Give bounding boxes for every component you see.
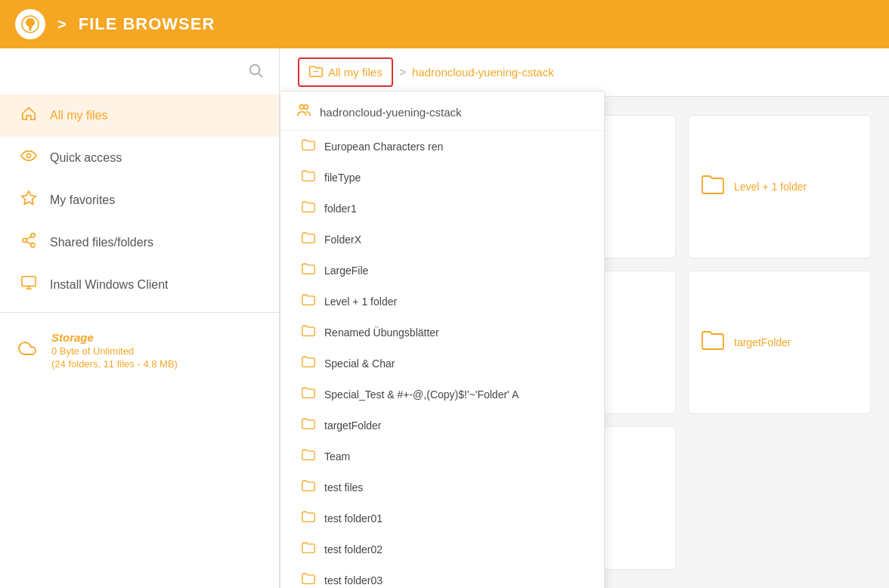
eye-icon xyxy=(18,147,39,169)
storage-detail-line2: (24 folders, 11 files - 4.8 MB) xyxy=(51,358,178,370)
dropdown-header: hadroncloud-yuening-cstack xyxy=(280,91,604,131)
dropdown-group-icon xyxy=(296,102,312,122)
folder-icon xyxy=(302,355,315,371)
svg-point-17 xyxy=(304,105,308,110)
search-bar xyxy=(0,56,279,94)
breadcrumb-all-my-files: All my files xyxy=(328,66,383,79)
storage-title: Storage xyxy=(51,331,178,344)
folder-card[interactable]: targetFolder xyxy=(688,271,871,414)
share-icon xyxy=(18,232,39,253)
search-button[interactable] xyxy=(247,62,264,82)
folder-dropdown: hadroncloud-yuening-cstack European Char… xyxy=(280,91,605,588)
dropdown-item[interactable]: test files xyxy=(280,472,604,503)
sidebar-item-quick-access[interactable]: Quick access xyxy=(0,137,279,179)
sidebar-item-shared[interactable]: Shared files/folders xyxy=(0,221,279,264)
svg-point-16 xyxy=(300,105,305,110)
svg-line-3 xyxy=(259,73,262,77)
cloud-icon xyxy=(18,339,36,362)
svg-line-10 xyxy=(26,237,31,240)
dropdown-item-label: FolderX xyxy=(324,234,361,246)
storage-section: Storage 0 Byte of Unlimited (24 folders,… xyxy=(0,319,279,382)
app-header: > FILE BROWSER xyxy=(0,0,889,48)
dropdown-item[interactable]: LargeFile xyxy=(280,255,604,286)
svg-point-1 xyxy=(29,29,32,31)
folder-icon xyxy=(302,386,315,402)
folder-icon xyxy=(302,417,315,433)
header-title: FILE BROWSER xyxy=(79,14,215,34)
folder-icon xyxy=(302,200,315,216)
folder-card-icon xyxy=(701,174,725,200)
folder-icon xyxy=(302,510,315,526)
dropdown-item-label: European Characters ren xyxy=(324,141,443,153)
dropdown-item[interactable]: targetFolder xyxy=(280,410,604,441)
breadcrumb-separator: > xyxy=(399,66,406,79)
dropdown-items-list: European Characters ren fileType folder1… xyxy=(280,131,604,588)
dropdown-item-label: Special & Char xyxy=(324,357,395,370)
all-my-files-breadcrumb[interactable]: All my files xyxy=(298,57,393,87)
storage-detail-line1: 0 Byte of Unlimited xyxy=(51,345,178,357)
sidebar-divider xyxy=(0,312,279,313)
folder-card-name: targetFolder xyxy=(734,336,791,348)
folder-icon xyxy=(302,448,315,464)
dropdown-item[interactable]: Team xyxy=(280,441,604,472)
all-my-files-label: All my files xyxy=(50,109,107,122)
svg-point-8 xyxy=(31,243,36,248)
dropdown-item[interactable]: test folder02 xyxy=(280,534,604,565)
dropdown-item[interactable]: Special & Char xyxy=(280,348,604,379)
svg-point-7 xyxy=(23,238,27,243)
dropdown-item-label: Team xyxy=(324,450,350,463)
dropdown-item-label: targetFolder xyxy=(324,419,381,432)
dropdown-item[interactable]: fileType xyxy=(280,162,604,193)
folder-icon xyxy=(302,293,315,309)
folder-icon xyxy=(302,138,315,154)
home-icon xyxy=(18,105,39,126)
sidebar: All my files Quick access My favorites xyxy=(0,48,280,588)
install-label: Install Windows Client xyxy=(50,278,169,292)
folder-icon xyxy=(302,479,315,495)
folder-icon xyxy=(302,231,315,247)
dropdown-item-label: test folder03 xyxy=(324,574,383,586)
shared-files-label: Shared files/folders xyxy=(50,236,153,249)
breadcrumb-current: hadroncloud-yuening-cstack xyxy=(412,66,554,79)
dropdown-item-label: test files xyxy=(324,481,363,494)
dropdown-item[interactable]: test folder03 xyxy=(280,565,604,588)
dropdown-item-label: Renamed Übungsblätter xyxy=(324,326,439,339)
install-icon xyxy=(18,274,39,296)
star-icon xyxy=(18,190,39,211)
dropdown-item[interactable]: European Characters ren xyxy=(280,131,604,162)
quick-access-label: Quick access xyxy=(50,151,122,165)
folder-card-name: Level + 1 folder xyxy=(734,181,807,193)
svg-rect-11 xyxy=(22,277,36,286)
dropdown-item-label: fileType xyxy=(324,172,361,184)
dropdown-item-label: Level + 1 folder xyxy=(324,296,397,308)
svg-point-6 xyxy=(31,234,36,238)
my-favorites-label: My favorites xyxy=(50,193,115,207)
breadcrumb-bar: All my files > hadroncloud-yuening-cstac… xyxy=(280,48,889,97)
dropdown-item[interactable]: folder1 xyxy=(280,193,604,224)
folder-icon xyxy=(302,572,315,588)
main-layout: All my files Quick access My favorites xyxy=(0,48,889,588)
sidebar-item-install[interactable]: Install Windows Client xyxy=(0,264,279,306)
folder-card-icon xyxy=(701,330,725,356)
dropdown-item[interactable]: test folder01 xyxy=(280,503,604,534)
svg-line-9 xyxy=(26,241,31,244)
header-arrow: > xyxy=(57,16,67,33)
dropdown-item[interactable]: Level + 1 folder xyxy=(280,286,604,317)
sidebar-item-my-favorites[interactable]: My favorites xyxy=(0,179,279,221)
dropdown-header-text: hadroncloud-yuening-cstack xyxy=(320,106,462,119)
dropdown-item[interactable]: FolderX xyxy=(280,224,604,255)
app-logo xyxy=(15,9,45,39)
dropdown-item-label: folder1 xyxy=(324,203,357,215)
main-content: All my files > hadroncloud-yuening-cstac… xyxy=(280,48,889,588)
folder-icon xyxy=(302,262,315,278)
dropdown-item-label: LargeFile xyxy=(324,265,368,277)
dropdown-item-label: test folder02 xyxy=(324,543,383,556)
folder-icon xyxy=(302,169,315,185)
folder-card[interactable]: Level + 1 folder xyxy=(688,115,871,258)
sidebar-item-all-my-files[interactable]: All my files xyxy=(0,94,279,137)
breadcrumb-folder-icon xyxy=(308,63,324,81)
folder-icon xyxy=(302,541,315,557)
dropdown-item[interactable]: Renamed Übungsblätter xyxy=(280,317,604,348)
dropdown-item[interactable]: Special_Test & #+-@,(Copy)$!'~'Folder' A xyxy=(280,379,604,410)
dropdown-item-label: Special_Test & #+-@,(Copy)$!'~'Folder' A xyxy=(324,388,519,401)
